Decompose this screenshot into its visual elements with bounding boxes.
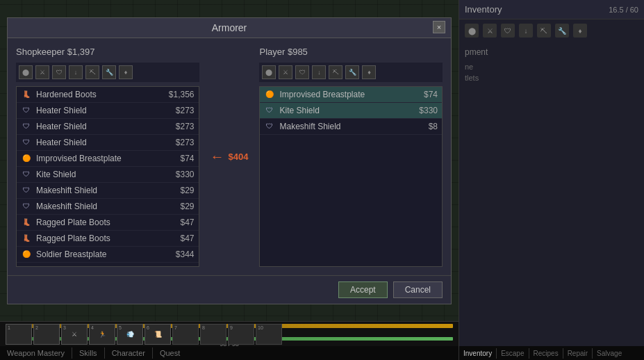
item-price-0: $1,356 bbox=[169, 90, 195, 99]
item-name-6: Makeshift Shield bbox=[36, 186, 181, 195]
item-icon-1: 🛡 bbox=[21, 105, 32, 116]
right-nav-recipes[interactable]: Recipes bbox=[529, 348, 563, 359]
p-filter-pick-icon[interactable]: ⛏ bbox=[329, 65, 342, 79]
inv-filter-arrow[interactable]: ↓ bbox=[519, 24, 533, 38]
table-row[interactable]: 🛡 Heater Shield $273 bbox=[17, 119, 199, 135]
accept-button[interactable]: Accept bbox=[338, 281, 388, 298]
inv-filter-wrench[interactable]: 🔧 bbox=[555, 24, 569, 38]
nav-tab-quest[interactable]: Quest bbox=[153, 347, 187, 359]
filter-arrow-icon[interactable]: ↓ bbox=[69, 65, 83, 79]
table-row[interactable]: 👢 Ragged Plate Boots $47 bbox=[17, 231, 199, 247]
inv-filter-gem[interactable]: ♦ bbox=[573, 24, 587, 38]
hotbar-slot-6[interactable]: 6📜 bbox=[145, 324, 171, 345]
item-icon-0: 👢 bbox=[21, 89, 32, 100]
item-icon-7: 🛡 bbox=[21, 201, 32, 212]
item-price-8: $47 bbox=[181, 218, 195, 227]
item-name-7: Makeshift Shield bbox=[36, 202, 181, 211]
item-icon-8: 👢 bbox=[21, 217, 32, 228]
player-title: Player $985 bbox=[259, 47, 443, 57]
item-name-1: Heater Shield bbox=[36, 106, 176, 115]
table-row[interactable]: 👢 Hardened Boots $1,356 bbox=[17, 87, 199, 103]
equip-sub: tlets bbox=[465, 72, 638, 83]
filter-gem-icon[interactable]: ♦ bbox=[119, 65, 133, 79]
hotbar-slot-8[interactable]: 8 bbox=[200, 324, 226, 345]
right-nav-salvage[interactable]: Salvage bbox=[593, 348, 626, 359]
p-item-icon-2: 🛡 bbox=[264, 121, 275, 132]
inv-filter-sword[interactable]: ⚔ bbox=[483, 24, 497, 38]
p-item-name-0: Improvised Breastplate bbox=[279, 90, 424, 99]
item-name-10: Soldier Breastplate bbox=[36, 249, 176, 259]
filter-pick-icon[interactable]: ⛏ bbox=[85, 65, 99, 79]
item-icon-10: 🟠 bbox=[21, 249, 32, 260]
item-price-11: $165 bbox=[176, 265, 195, 267]
table-row[interactable]: 🟠 Improvised Breastplate $74 bbox=[260, 87, 442, 103]
close-button[interactable]: × bbox=[433, 21, 445, 33]
p-filter-armor-icon[interactable]: 🛡 bbox=[295, 65, 309, 79]
hotbar-slot-7[interactable]: 7 bbox=[172, 324, 199, 345]
right-nav-inventory[interactable]: Inventory bbox=[459, 348, 497, 359]
modal-overlay: Armorer × Shopkeeper $1,397 ⬤ ⚔ 🛡 ↓ ⛏ 🔧 … bbox=[0, 0, 459, 321]
hotbar-slot-10[interactable]: 10 bbox=[256, 324, 282, 345]
p-item-icon-1: 🛡 bbox=[264, 105, 275, 116]
right-nav-escape[interactable]: Escape bbox=[497, 348, 529, 359]
shopkeeper-item-list[interactable]: 👢 Hardened Boots $1,356 🛡 Heater Shield … bbox=[16, 86, 199, 267]
p-filter-sword-icon[interactable]: ⚔ bbox=[279, 65, 292, 79]
hotbar: 1 2 3⚔ 4🏃 5💨 6📜 7 8 9 10 bbox=[0, 322, 459, 346]
table-row[interactable]: 🟠 Improvised Breastplate $74 bbox=[17, 151, 199, 167]
item-name-0: Hardened Boots bbox=[36, 90, 169, 99]
p-filter-arrow-icon[interactable]: ↓ bbox=[312, 65, 326, 79]
inv-filter-armor[interactable]: 🛡 bbox=[501, 24, 515, 38]
right-panel: Inventory 16.5 / 60 ⬤ ⚔ 🛡 ↓ ⛏ 🔧 ♦ pment … bbox=[459, 0, 644, 360]
player-panel: Player $985 ⬤ ⚔ 🛡 ↓ ⛏ 🔧 ♦ 🟠 Improvised B… bbox=[259, 47, 443, 267]
p-item-name-2: Makeshift Shield bbox=[279, 122, 428, 131]
table-row[interactable]: 🛡 Kite Shield $330 bbox=[17, 167, 199, 183]
p-item-name-1: Kite Shield bbox=[279, 106, 419, 115]
table-row[interactable]: 🛡 Makeshift Shield $29 bbox=[17, 183, 199, 199]
table-row[interactable]: 🟠 Soldier Breastplate $344 bbox=[17, 247, 199, 263]
item-price-1: $273 bbox=[176, 106, 195, 115]
equipment-section: pment ne tlets bbox=[459, 42, 644, 89]
item-name-5: Kite Shield bbox=[36, 170, 176, 179]
p-filter-all-icon[interactable]: ⬤ bbox=[262, 65, 276, 79]
right-nav-repair[interactable]: Repair bbox=[563, 348, 593, 359]
table-row[interactable]: 🧤 Soldier Gauntlets $165 bbox=[17, 263, 199, 267]
table-row[interactable]: 🛡 Makeshift Shield $8 bbox=[260, 119, 442, 135]
hotbar-slot-5[interactable]: 5💨 bbox=[117, 324, 143, 345]
hotbar-slot-2[interactable]: 2 bbox=[33, 324, 60, 345]
nav-tab-skills[interactable]: Skills bbox=[72, 347, 105, 359]
item-price-4: $74 bbox=[181, 154, 195, 163]
table-row[interactable]: 🛡 Heater Shield $273 bbox=[17, 135, 199, 151]
item-icon-9: 👢 bbox=[21, 233, 32, 244]
inv-filter-pick[interactable]: ⛏ bbox=[537, 24, 551, 38]
table-row[interactable]: 🛡 Kite Shield $330 bbox=[260, 103, 442, 119]
filter-armor-icon[interactable]: 🛡 bbox=[52, 65, 66, 79]
inventory-count: 16.5 / 60 bbox=[609, 6, 638, 14]
item-price-2: $273 bbox=[176, 122, 195, 131]
inv-filter-all[interactable]: ⬤ bbox=[465, 24, 479, 38]
hotbar-slot-4[interactable]: 4🏃 bbox=[89, 324, 115, 345]
hotbar-slot-1[interactable]: 1 bbox=[6, 324, 32, 345]
shopkeeper-filter-row: ⬤ ⚔ 🛡 ↓ ⛏ 🔧 ♦ bbox=[16, 63, 199, 82]
p-filter-wrench-icon[interactable]: 🔧 bbox=[345, 65, 359, 79]
p-filter-gem-icon[interactable]: ♦ bbox=[362, 65, 376, 79]
equipment-title: pment bbox=[465, 47, 638, 57]
player-item-list[interactable]: 🟠 Improvised Breastplate $74 🛡 Kite Shie… bbox=[259, 86, 443, 267]
dialog-body: Shopkeeper $1,397 ⬤ ⚔ 🛡 ↓ ⛏ 🔧 ♦ 👢 Harden… bbox=[8, 38, 451, 275]
table-row[interactable]: 🛡 Makeshift Shield $29 bbox=[17, 199, 199, 215]
item-icon-4: 🟠 bbox=[21, 153, 32, 164]
hotbar-slot-9[interactable]: 9 bbox=[228, 324, 254, 345]
nav-tab-character[interactable]: Character bbox=[105, 347, 153, 359]
table-row[interactable]: 👢 Ragged Plate Boots $47 bbox=[17, 215, 199, 231]
item-icon-3: 🛡 bbox=[21, 137, 32, 148]
filter-sword-icon[interactable]: ⚔ bbox=[35, 65, 49, 79]
hotbar-slot-3[interactable]: 3⚔ bbox=[61, 324, 88, 345]
table-row[interactable]: 🛡 Heater Shield $273 bbox=[17, 103, 199, 119]
p-item-icon-0: 🟠 bbox=[264, 89, 275, 100]
filter-wrench-icon[interactable]: 🔧 bbox=[102, 65, 116, 79]
filter-all-icon[interactable]: ⬤ bbox=[19, 65, 33, 79]
nav-tab-weapon-mastery[interactable]: Weapon Mastery bbox=[0, 347, 72, 359]
item-name-11: Soldier Gauntlets bbox=[36, 265, 176, 267]
dialog-title: Armorer bbox=[212, 22, 247, 33]
shopkeeper-title: Shopkeeper $1,397 bbox=[16, 47, 199, 57]
cancel-button[interactable]: Cancel bbox=[393, 281, 443, 298]
